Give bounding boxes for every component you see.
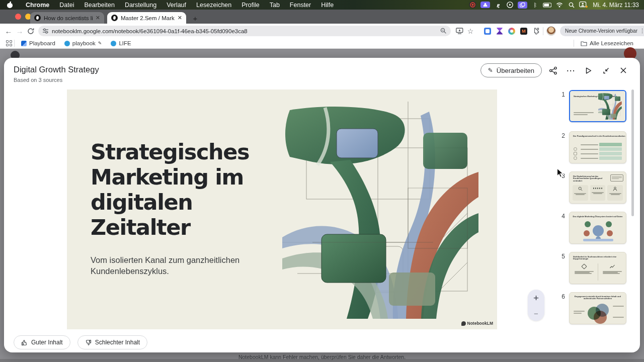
edit-button-label: Überarbeiten: [497, 67, 534, 74]
screen-record-icon[interactable]: [468, 1, 477, 9]
user-switch-icon[interactable]: [579, 1, 588, 9]
bookmark-playboard[interactable]: Playboard: [17, 40, 60, 46]
slide-thumbnail-3[interactable]: Die Digitalisierung hat das Kundenverhal…: [569, 171, 626, 204]
profile-avatar[interactable]: [546, 26, 556, 36]
extension-icon-m[interactable]: M: [520, 28, 527, 35]
menubar-clock[interactable]: Mi. 4. März 11:33: [593, 2, 639, 9]
update-chip-label: Neue Chrome-Version verfügbar: [565, 28, 637, 34]
bad-content-button[interactable]: Schlechter Inhalt: [77, 335, 147, 349]
tab-close-icon[interactable]: ✕: [178, 15, 182, 21]
menubar-item-datei[interactable]: Datei: [54, 2, 79, 9]
windows-copy-icon[interactable]: [518, 2, 527, 9]
slide-thumbnail-2[interactable]: Der Paradigmenwechsel in der Kundenkommu…: [569, 131, 626, 163]
zoom-out-button[interactable]: −: [534, 309, 538, 318]
screen-share-icon[interactable]: [480, 2, 490, 8]
thumbnail-row-2: 2 Der Paradigmenwechsel in der Kundenkom…: [555, 131, 626, 163]
all-bookmarks-button[interactable]: Alle Lesezeichen: [576, 40, 638, 46]
forward-button: →: [14, 26, 25, 37]
magnifier-icon: [578, 187, 583, 191]
apple-menu-icon[interactable]: [7, 2, 13, 8]
bluetooth-icon[interactable]: ᛒ: [531, 1, 539, 9]
extension-icon-blue[interactable]: [484, 28, 491, 35]
thumbnail-scrollbar[interactable]: [631, 89, 634, 216]
url-text: notebooklm.google.com/notebook/6e361094-…: [52, 28, 440, 34]
site-settings-icon[interactable]: [42, 28, 49, 34]
edit-button[interactable]: ✎ Überarbeiten: [480, 63, 542, 77]
notebooklm-watermark: NotebookLM: [461, 321, 493, 326]
zoom-in-button[interactable]: +: [533, 293, 539, 304]
pencil-icon: ✎: [98, 41, 102, 46]
menubar-item-chrome[interactable]: Chrome: [21, 2, 54, 9]
tab-title: How do scientists link genet: [44, 15, 93, 21]
chrome-toolbar: ← → notebooklm.google.com/notebook/6e361…: [0, 24, 644, 38]
notebooklm-favicon: [34, 15, 41, 21]
thumbnail-table: [574, 143, 622, 160]
extension-icon-hourglass[interactable]: [496, 28, 503, 35]
all-bookmarks-label: Alle Lesezeichen: [590, 40, 633, 46]
thumbnail-title: Engagement entsteht durch kreativen Inha…: [570, 295, 626, 300]
panel-title: Digital Growth Strategy: [14, 65, 99, 74]
play-button[interactable]: [582, 64, 595, 77]
slide-thumbnail-4[interactable]: Das digitale Marketing-Ökosystem basiert…: [569, 212, 626, 244]
menubar-item-bearbeiten[interactable]: Bearbeiten: [79, 2, 119, 9]
slide-canvas[interactable]: Strategisches Marketing im digitalen Zei…: [67, 89, 497, 329]
menubar-item-darstellung[interactable]: Darstellung: [120, 2, 162, 9]
thumbnail-left-column: [575, 264, 594, 274]
chrome-update-chip[interactable]: Neue Chrome-Version verfügbar ⋮: [560, 26, 644, 36]
slide-number: 2: [555, 131, 565, 139]
menubar-item-hilfe[interactable]: Hilfe: [316, 2, 339, 9]
menubar-item-lesezeichen[interactable]: Lesezeichen: [191, 2, 236, 9]
send-to-device-icon[interactable]: [454, 26, 465, 37]
spotlight-search-icon[interactable]: [567, 1, 576, 9]
notebooklm-logo-icon: [461, 321, 466, 326]
address-bar[interactable]: notebooklm.google.com/notebook/6e361094-…: [38, 26, 451, 36]
slide-thumbnail-5[interactable]: Sichtbarkeit in Suchmaschinen erfordert …: [569, 252, 626, 284]
tab-how-do-scientists[interactable]: How do scientists link genet ✕: [30, 12, 104, 24]
slide-illustration: [282, 98, 478, 324]
thumbnail-right-column: [603, 264, 622, 274]
close-button[interactable]: [617, 64, 630, 77]
more-options-button[interactable]: ⋯: [564, 64, 577, 77]
good-content-button[interactable]: Guter Inhalt: [14, 335, 70, 349]
extension-icon-colorful[interactable]: [508, 28, 515, 35]
bookmark-star-icon[interactable]: ☆: [465, 26, 476, 37]
new-tab-button[interactable]: +: [190, 13, 200, 23]
slide-thumbnail-1[interactable]: Strategisches Marketing im digitalen Zei…: [569, 90, 626, 122]
bookmark-life[interactable]: LIFE: [106, 40, 135, 46]
page-bottom-strip: [0, 359, 644, 362]
menubar-item-verlauf[interactable]: Verlauf: [162, 2, 191, 9]
thumbnail-row-4: 4 Das digitale Marketing-Ökosystem basie…: [555, 212, 626, 244]
menubar-item-tab[interactable]: Tab: [265, 2, 285, 9]
share-button[interactable]: [546, 64, 559, 77]
chrome-menu-icon[interactable]: ⋮: [637, 28, 644, 34]
tab-master-marketing[interactable]: Master 2.Sem / Marketing - N ✕: [107, 12, 186, 24]
thumbnail-divider: [598, 263, 598, 281]
play-status-icon[interactable]: [506, 1, 514, 9]
extensions-puzzle-icon[interactable]: [532, 27, 540, 35]
watermark-label: NotebookLM: [467, 321, 493, 326]
wifi-icon[interactable]: [555, 1, 564, 9]
reload-button[interactable]: [25, 26, 36, 37]
tab-close-icon[interactable]: ✕: [96, 15, 100, 21]
assistant-icon[interactable]: ꭆ: [494, 1, 502, 9]
menubar-item-profile[interactable]: Profile: [236, 2, 264, 9]
chart-icon: [610, 264, 615, 268]
apps-grid-icon[interactable]: [6, 40, 12, 46]
bookmark-label: LIFE: [119, 40, 131, 46]
window-close-button[interactable]: [15, 14, 21, 20]
thumbnail-title: Der Paradigmenwechsel in der Kundenkommu…: [573, 135, 626, 137]
bookmarks-bar: Playboard playbook ✎ LIFE Alle Lesezeich…: [0, 38, 644, 49]
menubar-item-fenster[interactable]: Fenster: [285, 2, 316, 9]
good-content-label: Guter Inhalt: [31, 339, 63, 346]
slide-number: 4: [555, 212, 565, 220]
back-button[interactable]: ←: [3, 26, 14, 37]
playbook-favicon: [64, 41, 70, 46]
mouse-cursor: [556, 168, 564, 178]
bookmark-playbook[interactable]: playbook ✎: [60, 40, 107, 46]
zoom-page-icon[interactable]: [440, 28, 447, 34]
collapse-button[interactable]: [599, 64, 612, 77]
panel-sources-label: Based on 3 sources: [14, 77, 62, 83]
slide-thumbnail-6[interactable]: Engagement entsteht durch kreativen Inha…: [569, 292, 626, 324]
zoom-control: + −: [528, 290, 544, 321]
thumbnail-caption-bar: [583, 239, 613, 241]
